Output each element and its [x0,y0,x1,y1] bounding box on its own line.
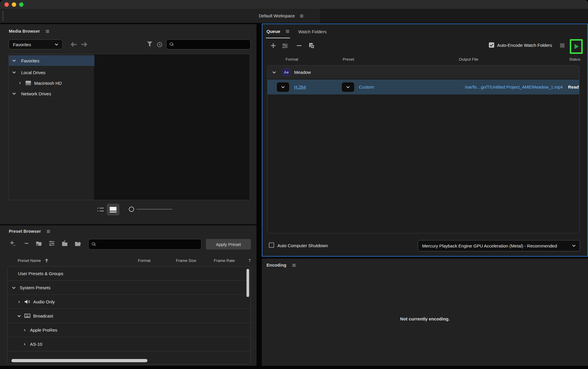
slider-knob[interactable] [129,207,134,212]
column-header-frame-size[interactable]: Frame Size [176,258,196,263]
add-output-preset-icon[interactable] [282,42,288,49]
slider-track[interactable] [136,209,172,210]
auto-shutdown-label: Auto Computer Shutdown [277,243,328,248]
workspace-menu-icon[interactable] [299,14,304,18]
navigate-back-button[interactable] [71,42,77,47]
media-source-dropdown[interactable]: Favorites [9,39,63,49]
preset-browser-menu-icon[interactable] [46,230,51,233]
encoding-menu-icon[interactable] [292,264,296,267]
column-header-format[interactable]: Format [138,258,151,263]
duplicate-job-icon[interactable] [308,42,315,49]
chevron-down-icon [281,86,285,88]
preset-search-input[interactable] [97,239,198,249]
queue-job-row[interactable]: H.264 Custom /var/fo…gn/T/Untitled Proje… [267,79,579,94]
job-format-link[interactable]: H.264 [294,84,306,89]
job-preset-link[interactable]: Custom [359,84,374,89]
queue-panel: Queue Watch Folders Auto-Encode Watch Fo… [262,24,588,257]
column-header-preset-name[interactable]: Preset Name [18,258,48,263]
column-header-frame-rate[interactable]: Frame Rate [214,258,235,263]
tab-watch-folders[interactable]: Watch Folders [298,29,327,34]
list-view-icon[interactable] [97,207,104,212]
chevron-down-icon[interactable] [272,71,276,74]
navigate-forward-button[interactable] [81,42,87,47]
tree-item-favorites[interactable]: Favorites [9,55,94,66]
chevron-right-icon[interactable] [18,82,22,84]
tree-item-macintosh-hd[interactable]: Macintosh HD [9,78,94,88]
media-browser-content: Favorites Local Drives Macintosh HD Netw… [9,54,250,200]
auto-encode-checkbox[interactable] [489,42,494,48]
queue-group-row[interactable]: Ae Meadow [267,66,579,79]
thumbnail-view-button[interactable] [107,204,119,215]
close-window-button[interactable] [4,2,9,7]
job-output-file-link[interactable]: /var/fo…gn/T/Untitled Project_AME/Meadow… [465,85,563,89]
preset-dropdown-button[interactable] [342,82,354,92]
tab-queue[interactable]: Queue [266,29,290,34]
tree-item-network-drives[interactable]: Network Drives [9,88,94,99]
panel-drag-handle[interactable] [2,11,4,21]
workspace-tab-label: Default Workspace [259,14,295,18]
renderer-dropdown[interactable]: Mercury Playback Engine GPU Acceleration… [418,240,580,251]
apply-preset-button[interactable]: Apply Preset [206,239,251,250]
preset-settings-icon[interactable] [48,240,55,247]
preset-list: User Presets & Groups System Presets Aud… [7,266,251,364]
chevron-right-icon[interactable] [17,301,21,303]
panel-splitter[interactable] [256,23,262,369]
chevron-down-icon[interactable] [12,92,16,95]
tree-item-local-drives[interactable]: Local Drives [9,67,94,78]
horizontal-scrollbar[interactable] [11,359,147,362]
media-view-controls [0,202,256,219]
preset-row-as-10[interactable]: AS-10 [8,337,250,351]
encoding-title: Encoding [266,263,286,267]
preset-row-apple-prores[interactable]: Apple ProRes [8,323,250,337]
filter-icon[interactable] [147,41,152,47]
start-queue-button[interactable] [570,39,583,54]
chevron-down-icon [346,86,350,88]
format-dropdown-button[interactable] [276,82,289,92]
workspace-bar: Default Workspace [0,9,588,23]
chevron-right-icon[interactable] [23,329,26,331]
remove-job-button[interactable] [296,42,302,49]
thumbnail-zoom-slider[interactable] [129,205,176,214]
chevron-down-icon[interactable] [12,287,16,289]
after-effects-badge: Ae [283,69,290,76]
auto-shutdown-checkbox[interactable] [269,242,274,248]
column-label: Preset Name [18,258,41,263]
media-browser-menu-icon[interactable] [45,30,50,33]
maximize-window-button[interactable] [19,2,24,7]
export-preset-icon[interactable] [74,240,81,247]
search-icon [169,42,174,47]
workspace-tab[interactable]: Default Workspace [259,9,304,23]
queue-job-list: Ae Meadow H.264 Custom /var/fo…gn/T/Unti… [267,65,579,233]
preset-row-user-presets[interactable]: User Presets & Groups [8,267,250,281]
tv-icon: TV [24,313,30,318]
preset-row-system-presets[interactable]: System Presets [8,281,250,295]
active-tab-underline [266,38,290,38]
preview-eye-icon[interactable] [157,42,162,47]
queue-menu-icon[interactable] [285,30,290,33]
media-search-field[interactable] [166,39,251,49]
queue-group-name: Meadow [294,70,311,75]
chevron-down-icon[interactable] [12,59,16,62]
create-preset-button[interactable] [10,240,17,247]
preset-row-audio-only[interactable]: Audio Only [8,295,250,309]
preset-row-broadcast[interactable]: TV Broadcast [8,309,250,323]
chevron-down-icon [55,43,58,46]
queue-column-status: Status [569,57,580,61]
media-search-input[interactable] [175,40,247,49]
add-source-button[interactable] [270,42,276,49]
thumbnail-view-icon [110,207,116,212]
import-preset-icon[interactable] [61,240,68,247]
preset-row-label: Broadcast [33,313,53,318]
stop-queue-button[interactable] [560,43,564,48]
chevron-down-icon[interactable] [12,71,16,74]
column-header-truncated[interactable]: T [249,258,251,263]
preset-search-field[interactable] [88,239,201,250]
vertical-scrollbar[interactable] [246,269,249,297]
delete-preset-button[interactable] [23,240,30,247]
chevron-down-icon[interactable] [17,315,21,317]
chevron-right-icon[interactable] [23,343,26,345]
window-bottom-edge [0,366,588,369]
workspace-bar-empty-area [321,9,588,23]
new-preset-group-icon[interactable] [35,240,42,247]
minimize-window-button[interactable] [12,2,16,7]
